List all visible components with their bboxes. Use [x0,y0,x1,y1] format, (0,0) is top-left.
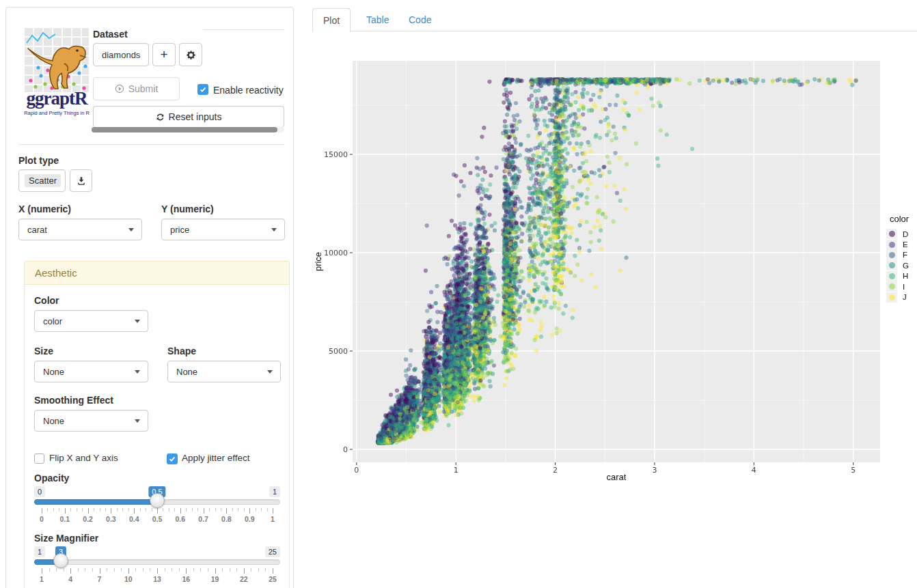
app-subtitle: Rapid and Pretty Things in R [12,110,102,116]
plot-type-label: Plot type [18,155,59,166]
plot-type-value: Scatter [25,174,61,187]
slider-handle[interactable] [53,553,68,568]
slider-minor-tick [128,508,129,512]
size-magnifier-label: Size Magnifier [34,533,98,544]
slider-minor-tick [232,508,233,512]
slider-minor-tick [94,508,94,512]
download-plot-button[interactable] [70,169,92,192]
flip-axes-checkbox[interactable] [34,453,44,464]
slider-max-label: 25 [265,546,280,557]
legend-label: F [903,251,907,259]
shape-aes-select[interactable]: None [167,361,281,382]
slider-minor-tick [49,568,50,572]
enable-reactivity-checkbox[interactable] [197,84,208,95]
legend-key [886,240,897,250]
slider-min-label: 0 [34,486,45,497]
opacity-slider[interactable]: 0 1 0.5 00.10.20.30.40.50.60.70.80.91 [34,485,280,527]
slider-minor-tick [221,508,221,512]
slider-minor-tick [186,508,187,512]
legend-dot [889,283,895,290]
submit-button[interactable]: Submit [93,77,180,100]
legend-label: J [903,293,907,301]
download-icon [77,176,86,186]
smoothing-select[interactable]: None [34,410,148,432]
slider-tick [65,508,66,514]
slider-min-label: 1 [34,546,45,557]
slider-minor-tick [135,568,136,572]
slider-minor-tick [47,508,48,512]
slider-tick [244,568,245,574]
chevron-down-icon [267,370,273,374]
y-variable-select[interactable]: price [161,219,285,240]
slider-minor-tick [230,568,230,572]
slider-minor-tick [256,508,256,512]
tab-table[interactable]: Table [356,8,399,31]
legend-label: E [903,240,908,249]
chevron-down-icon [135,419,140,423]
legend-label: D [903,230,908,238]
slider-tick-label: 0.7 [198,515,208,523]
slider-minor-tick [78,568,79,572]
slider-handle[interactable] [150,493,165,508]
sidebar-hscroll-thumb[interactable] [92,127,277,132]
slider-track[interactable] [34,559,280,565]
slider-tick-label: 13 [153,575,161,583]
slider-tick [273,568,273,574]
slider-minor-tick [163,508,163,512]
chevron-down-icon [271,228,277,232]
tab-plot[interactable]: Plot [312,8,351,32]
slider-minor-tick [172,568,172,572]
color-aes-label: Color [34,295,59,306]
dataset-select[interactable]: diamonds [93,43,149,66]
opacity-label: Opacity [34,473,69,484]
slider-minor-tick [85,568,85,572]
slider-tick [186,568,187,574]
legend-dot [889,231,895,237]
slider-minor-tick [146,508,146,512]
dataset-settings-button[interactable] [179,43,202,66]
plot-type-select[interactable]: Scatter [18,169,66,192]
slider-tick [204,508,204,514]
aesthetic-panel: Aesthetic Color color Size Shape None No… [24,261,290,588]
gear-icon [186,50,196,60]
legend-title: color [890,214,917,224]
size-aes-select[interactable]: None [34,361,148,382]
size-magnifier-slider[interactable]: 1 25 3 147101316192225 [34,545,280,587]
slider-minor-tick [193,568,194,572]
refresh-icon [156,113,165,122]
add-dataset-button[interactable]: + [152,43,176,66]
slider-minor-tick [64,568,64,572]
color-aes-select[interactable]: color [34,310,148,332]
slider-tick [157,568,158,574]
slider-tick-label: 1 [40,575,44,583]
slider-tick-label: 0.3 [106,515,116,523]
slider-minor-tick [77,508,77,512]
tab-code[interactable]: Code [398,8,441,31]
slider-minor-tick [143,568,143,572]
jitter-checkbox[interactable] [167,453,178,464]
legend-entry-I: I [886,281,917,292]
legend-entry-F: F [886,250,917,260]
x-variable-select[interactable]: carat [18,219,142,240]
legend-label: I [903,283,905,291]
slider-tick [88,508,89,514]
slider-minor-tick [152,508,152,512]
slider-minor-tick [174,508,175,512]
slider-tick-label: 16 [182,575,190,583]
reset-inputs-button[interactable]: Reset inputs [93,106,284,128]
aesthetic-panel-header[interactable]: Aesthetic [25,262,289,285]
slider-tick [70,568,71,574]
legend-entry-E: E [886,239,917,249]
slider-minor-tick [258,568,259,572]
slider-minor-tick [261,508,262,512]
chevron-down-icon [135,320,140,323]
diamonds-scatter-plot[interactable] [312,41,917,485]
y-variable-label: Y (numeric) [161,204,214,214]
slider-minor-tick [238,508,238,512]
slider-tick-label: 22 [240,575,248,583]
slider-bar [34,499,157,505]
plot-legend: color DEFGHIJ [886,214,917,303]
legend-dot [889,273,895,279]
slider-minor-tick [215,508,216,512]
legend-label: G [903,262,909,270]
